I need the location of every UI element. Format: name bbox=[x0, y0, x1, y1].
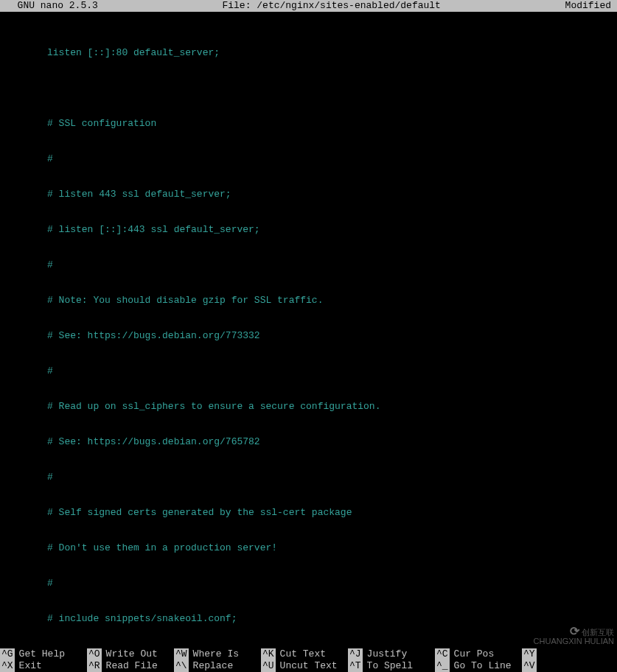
title-bar: GNU nano 2.5.3 File: /etc/nginx/sites-en… bbox=[0, 0, 617, 12]
shortcut-page-up[interactable]: ^Y bbox=[522, 648, 609, 660]
code-line: # Note: You should disable gzip for SSL … bbox=[0, 295, 617, 307]
editor-area[interactable]: listen [::]:80 default_server; # SSL con… bbox=[0, 12, 617, 672]
shortcut-cut-text[interactable]: ^KCut Text bbox=[261, 648, 348, 660]
code-line: # bbox=[0, 365, 617, 377]
code-line: # Don't use them in a production server! bbox=[0, 542, 617, 554]
shortcut-go-to-line[interactable]: ^_Go To Line bbox=[435, 660, 522, 672]
code-line: listen [::]:80 default_server; bbox=[0, 47, 617, 59]
code-line: # See: https://bugs.debian.org/765782 bbox=[0, 436, 617, 448]
code-line: # bbox=[0, 578, 617, 589]
shortcut-write-out[interactable]: ^OWrite Out bbox=[87, 648, 174, 660]
shortcut-page-down[interactable]: ^V bbox=[522, 660, 609, 672]
shortcut-cur-pos[interactable]: ^CCur Pos bbox=[435, 648, 522, 660]
code-line: # listen 443 ssl default_server; bbox=[0, 189, 617, 200]
code-line: # See: https://bugs.debian.org/773332 bbox=[0, 330, 617, 342]
shortcut-justify[interactable]: ^JJustify bbox=[348, 648, 435, 660]
code-line: # include snippets/snakeoil.conf; bbox=[0, 613, 617, 625]
shortcut-replace[interactable]: ^\Replace bbox=[174, 660, 261, 672]
code-line: # bbox=[0, 153, 617, 165]
shortcut-read-file[interactable]: ^RRead File bbox=[87, 660, 174, 672]
code-line: # bbox=[0, 259, 617, 271]
file-path: File: /etc/nginx/sites-enabled/default bbox=[98, 0, 565, 12]
code-line: # Self signed certs generated by the ssl… bbox=[0, 507, 617, 519]
code-line: # Read up on ssl_ciphers to ensure a sec… bbox=[0, 401, 617, 413]
code-line: # listen [::]:443 ssl default_server; bbox=[0, 224, 617, 236]
shortcut-bar: ^GGet Help ^OWrite Out ^WWhere Is ^KCut … bbox=[0, 648, 617, 672]
shortcut-where-is[interactable]: ^WWhere Is bbox=[174, 648, 261, 660]
app-name: GNU nano 2.5.3 bbox=[0, 0, 98, 12]
shortcut-to-spell[interactable]: ^TTo Spell bbox=[348, 660, 435, 672]
code-line bbox=[0, 83, 617, 94]
modified-status: Modified bbox=[565, 0, 617, 12]
shortcut-uncut-text[interactable]: ^UUncut Text bbox=[261, 660, 348, 672]
shortcut-get-help[interactable]: ^GGet Help bbox=[0, 648, 87, 660]
code-line: # SSL configuration bbox=[0, 118, 617, 130]
code-line: # bbox=[0, 472, 617, 483]
shortcut-exit[interactable]: ^XExit bbox=[0, 660, 87, 672]
nano-editor-screen: GNU nano 2.5.3 File: /etc/nginx/sites-en… bbox=[0, 0, 617, 672]
